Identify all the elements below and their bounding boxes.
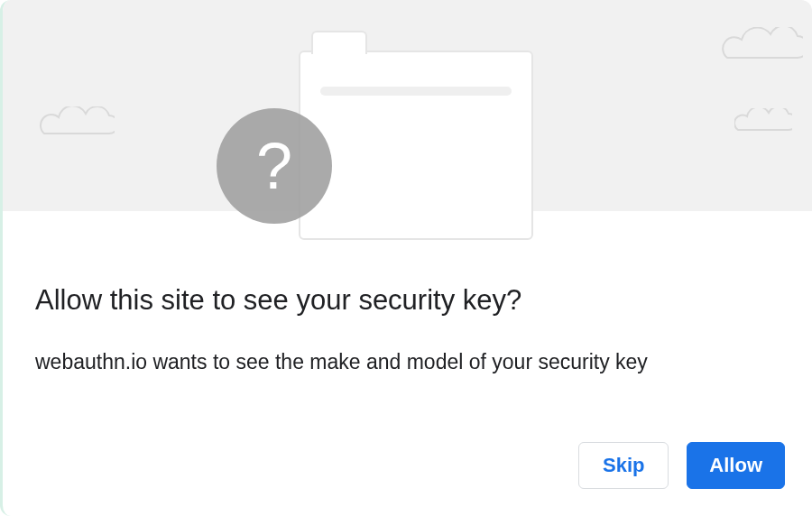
cloud-icon — [39, 106, 115, 137]
placeholder-line — [320, 87, 512, 96]
allow-button[interactable]: Allow — [687, 442, 785, 489]
skip-button[interactable]: Skip — [578, 442, 669, 489]
dialog-title: Allow this site to see your security key… — [35, 284, 780, 317]
cloud-icon — [734, 108, 792, 134]
dialog-button-row: Skip Allow — [578, 442, 785, 489]
cloud-icon — [722, 27, 803, 61]
dialog-content: Allow this site to see your security key… — [35, 284, 780, 376]
hero-illustration: ? — [3, 0, 812, 211]
question-mark-avatar: ? — [217, 108, 332, 224]
site-card-illustration — [299, 51, 533, 240]
security-key-permission-dialog: ? Allow this site to see your security k… — [0, 0, 812, 516]
question-mark-icon: ? — [256, 129, 292, 203]
folder-tab — [311, 31, 367, 54]
dialog-description: webauthn.io wants to see the make and mo… — [35, 349, 780, 376]
